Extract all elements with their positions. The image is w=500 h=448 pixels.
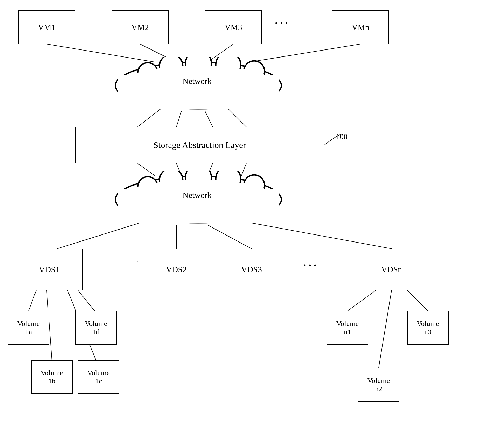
vds2-dot: · bbox=[137, 257, 139, 266]
network-cloud-top bbox=[101, 57, 296, 114]
voln1-box: Volume n1 bbox=[327, 311, 368, 345]
vds2-box: VDS2 bbox=[143, 249, 210, 290]
voln3-box: Volume n3 bbox=[407, 311, 449, 345]
diagram-container: Network Network VM1 VM2 VM3 VMn · · · St… bbox=[0, 0, 500, 448]
vol1b-box: Volume 1b bbox=[31, 360, 73, 394]
vol1c-box: Volume 1c bbox=[78, 360, 119, 394]
svg-rect-30 bbox=[118, 75, 279, 109]
svg-line-14 bbox=[207, 225, 252, 249]
vm3-box: VM3 bbox=[205, 10, 262, 44]
vds3-box: VDS3 bbox=[218, 249, 285, 290]
svg-line-22 bbox=[407, 290, 428, 311]
vdsn-box: VDSn bbox=[358, 249, 425, 290]
vds-dots: · · · bbox=[303, 259, 316, 271]
vds1-box: VDS1 bbox=[16, 249, 83, 290]
vol1a-box: Volume 1a bbox=[8, 311, 49, 345]
svg-rect-38 bbox=[118, 189, 279, 223]
vm1-box: VM1 bbox=[18, 10, 75, 44]
voln2-box: Volume n2 bbox=[358, 368, 399, 402]
svg-line-19 bbox=[78, 290, 95, 311]
svg-line-21 bbox=[379, 290, 392, 368]
vm-dots: · · · bbox=[275, 17, 288, 29]
label-100: 100 bbox=[336, 132, 348, 141]
sal-box: Storage Abstraction Layer bbox=[75, 127, 324, 163]
vm2-box: VM2 bbox=[112, 10, 169, 44]
vmn-box: VMn bbox=[332, 10, 389, 44]
svg-line-20 bbox=[348, 290, 376, 311]
vol1d-box: Volume 1d bbox=[75, 311, 117, 345]
network-cloud-bottom bbox=[101, 171, 296, 228]
svg-line-16 bbox=[29, 290, 36, 311]
